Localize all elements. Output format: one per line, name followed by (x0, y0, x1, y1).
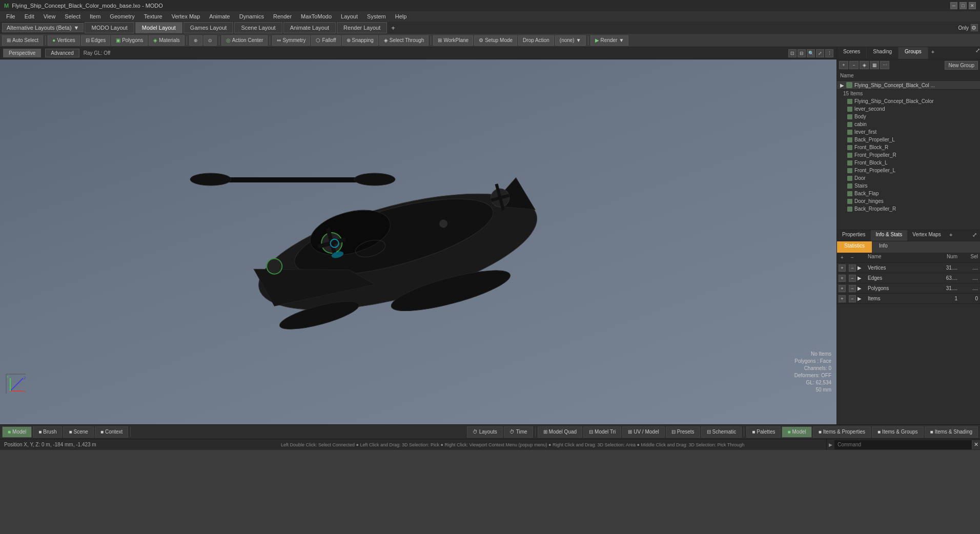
polygons-button[interactable]: ▣ Polygons (111, 35, 148, 46)
model-right-button[interactable]: ■ Model (782, 426, 811, 438)
select-through-button[interactable]: ◈ Select Through (379, 35, 429, 46)
items-groups-button[interactable]: ■ Items & Groups (872, 426, 924, 438)
properties-tab[interactable]: Properties (837, 230, 871, 241)
fullscreen-button[interactable]: ⤢ (816, 49, 824, 57)
layout-tab-render[interactable]: Render Layout (337, 22, 387, 33)
list-item-front-propeller-r[interactable]: Front_Propeller_R (837, 151, 980, 159)
new-group-button[interactable]: New Group (945, 61, 978, 70)
menu-layout[interactable]: Layout (337, 12, 362, 20)
list-item-body[interactable]: Body (837, 113, 980, 120)
menu-animate[interactable]: Animate (205, 12, 234, 20)
groups-select-button[interactable]: ◈ (860, 61, 869, 69)
list-item-lever-second[interactable]: lever_second (837, 105, 980, 113)
edges-add-btn[interactable]: + (839, 275, 846, 282)
list-item-front-block-r[interactable]: Front_Block_R (837, 143, 980, 151)
menu-vertex-map[interactable]: Vertex Map (168, 12, 205, 20)
viewport-tab-perspective[interactable]: Perspective (3, 49, 41, 57)
command-input[interactable] (834, 440, 972, 449)
edges-minus-btn[interactable]: − (849, 275, 856, 282)
list-item-door[interactable]: Door (837, 174, 980, 182)
time-button[interactable]: ⏱ Time (504, 426, 533, 438)
menu-file[interactable]: File (2, 12, 19, 20)
menu-help[interactable]: Help (391, 12, 411, 20)
presets-button[interactable]: ⊟ Presets (666, 426, 700, 438)
viewport-menu-icon[interactable]: ⋮ (825, 49, 833, 57)
stats-row-edges[interactable]: + − ▶ Edges 63.... .... (837, 273, 980, 283)
menu-texture[interactable]: Texture (140, 12, 167, 20)
menu-view[interactable]: View (39, 12, 60, 20)
model-tri-button[interactable]: ⊟ Model Tri (583, 426, 621, 438)
shading-tab[interactable]: Shading (867, 47, 899, 59)
minimize-button[interactable]: ─ (950, 2, 957, 9)
menu-select[interactable]: Select (60, 12, 85, 20)
auto-select-button[interactable]: ⊞ Auto Select (2, 35, 43, 46)
frame-button[interactable]: ⊟ (798, 49, 806, 57)
statistics-tab[interactable]: Statistics (837, 241, 872, 253)
edges-button[interactable]: ⊟ Edges (81, 35, 110, 46)
list-item-cabin[interactable]: cabin (837, 120, 980, 128)
right-tab-add[interactable]: + (928, 47, 937, 59)
schematic-button[interactable]: ⊟ Schematic (701, 426, 742, 438)
close-button[interactable]: ✕ (969, 2, 976, 9)
render-button[interactable]: ▶ Render ▼ (590, 35, 629, 46)
list-item-lever-first[interactable]: lever_first (837, 128, 980, 136)
symmetry-button[interactable]: ⇔ Symmetry (272, 35, 310, 46)
brush-button[interactable]: ■ Brush (33, 426, 62, 438)
bottom-panel-expand-button[interactable]: ⤢ (969, 230, 980, 241)
items-minus-btn[interactable]: − (849, 295, 856, 302)
list-item-flying-ship[interactable]: Flying_Ship_Concept_Black_Color (837, 97, 980, 105)
pivot2-button[interactable]: ⊙ (203, 35, 217, 46)
drop-action-button[interactable]: Drop Action (518, 35, 554, 46)
snapping-button[interactable]: ⊕ Snapping (342, 35, 378, 46)
zoom-button[interactable]: 🔍 (807, 49, 815, 57)
uv-model-button[interactable]: ⊞ UV / Model (622, 426, 664, 438)
falloff-button[interactable]: ⬡ Falloff (311, 35, 340, 46)
command-close-button[interactable]: ✕ (972, 440, 980, 449)
menu-item[interactable]: Item (86, 12, 105, 20)
model-quad-button[interactable]: ⊞ Model Quad (538, 426, 582, 438)
groups-remove-button[interactable]: − (849, 61, 859, 69)
list-item-stairs[interactable]: Stairs (837, 182, 980, 190)
layout-tab-model[interactable]: Model Layout (135, 22, 182, 33)
groups-more-button[interactable]: ⋯ (880, 61, 889, 69)
info-tab[interactable]: Info (872, 241, 895, 253)
list-item-back-propeller-l[interactable]: Back_Propeller_L (837, 136, 980, 143)
vertices-button[interactable]: ● Vertices (48, 35, 80, 46)
menu-system[interactable]: System (363, 12, 390, 20)
palettes-button[interactable]: ■ Palettes (746, 426, 781, 438)
vertices-minus-btn[interactable]: − (849, 264, 856, 272)
context-button[interactable]: ■ Context (95, 426, 129, 438)
items-shading-button[interactable]: ■ Items & Shading (925, 426, 978, 438)
materials-button[interactable]: ◈ Materials (149, 35, 185, 46)
none-selector[interactable]: (none) ▼ (555, 35, 586, 46)
vertex-maps-tab[interactable]: Vertex Maps (907, 230, 946, 241)
polygons-minus-btn[interactable]: − (849, 285, 856, 292)
layout-settings-button[interactable]: ⚙ (971, 24, 978, 31)
right-expand-button[interactable]: ⤢ (975, 47, 980, 59)
polygons-add-btn[interactable]: + (839, 285, 846, 292)
pivot-button[interactable]: ⊕ (189, 35, 202, 46)
action-center-button[interactable]: ◎ Action Center (221, 35, 268, 46)
menu-edit[interactable]: Edit (21, 12, 38, 20)
3d-viewport[interactable]: No Items Polygons : Face Channels: 0 Def… (0, 59, 836, 424)
list-item-back-flap[interactable]: Back_Flap (837, 190, 980, 197)
list-item-front-propeller-l[interactable]: Front_Propeller_L (837, 167, 980, 174)
info-stats-tab[interactable]: Info & Stats (871, 230, 908, 241)
menu-maxtomodo[interactable]: MaxToModo (297, 12, 336, 20)
scene-button[interactable]: ■ Scene (63, 426, 93, 438)
menu-geometry[interactable]: Geometry (106, 12, 138, 20)
layout-tab-modo[interactable]: MODO Layout (85, 22, 134, 33)
groups-filter-button[interactable]: ▦ (870, 61, 879, 69)
menu-dynamics[interactable]: Dynamics (235, 12, 268, 20)
list-item-front-block-l[interactable]: Front_Block_L (837, 159, 980, 167)
menu-render[interactable]: Render (269, 12, 296, 20)
layout-tab-games[interactable]: Games Layout (183, 22, 234, 33)
items-add-btn[interactable]: + (839, 295, 846, 302)
list-item-door-hinges[interactable]: Door_hinges (837, 197, 980, 205)
stats-row-items[interactable]: + − ▶ Items 1 0 (837, 294, 980, 304)
bottom-tab-add[interactable]: + (946, 230, 955, 241)
viewport-tab-advanced[interactable]: Advanced (45, 49, 79, 57)
layout-tab-add[interactable]: + (388, 23, 398, 33)
layout-tab-scene[interactable]: Scene Layout (234, 22, 282, 33)
list-item-back-rropeller-r[interactable]: Back_Rropeller_R (837, 205, 980, 213)
